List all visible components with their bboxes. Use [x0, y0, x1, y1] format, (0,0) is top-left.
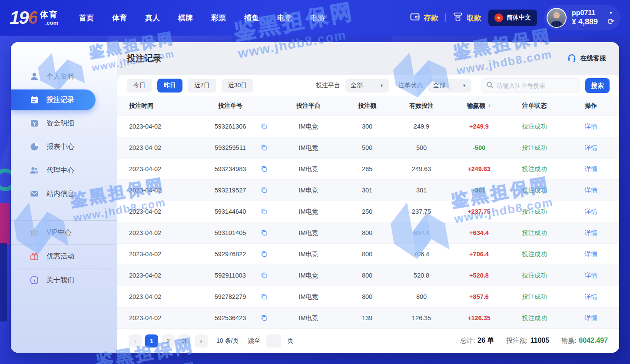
- bet-id-cell: 593261306: [187, 123, 274, 130]
- tab-yesterday[interactable]: 昨日: [157, 79, 182, 93]
- withdraw-button[interactable]: 取款: [453, 12, 481, 24]
- col-winloss[interactable]: 输赢额▲▼: [452, 102, 506, 110]
- avatar[interactable]: [547, 8, 567, 28]
- deposit-button[interactable]: 存款: [410, 12, 438, 24]
- records-panel: 今日 昨日 近7日 近30日 投注平台 全部 ▼ 注单状态 全部 ▼: [117, 75, 619, 353]
- detail-link[interactable]: 详情: [563, 208, 619, 216]
- nav-item-chess[interactable]: 棋牌: [178, 13, 193, 23]
- sidebar-item-bet-records[interactable]: 投注记录: [11, 89, 96, 110]
- chevron-down-icon: ▼: [462, 83, 466, 88]
- svg-text:i: i: [33, 278, 35, 283]
- nav-item-sports[interactable]: 体育: [112, 13, 127, 23]
- copy-icon[interactable]: [261, 251, 268, 258]
- logo-number: 196: [10, 10, 37, 26]
- jump-page-input[interactable]: [266, 334, 281, 347]
- detail-link[interactable]: 详情: [563, 271, 619, 280]
- nav-item-fishing[interactable]: 捕鱼: [244, 13, 259, 23]
- status-select-value: 全部: [433, 82, 445, 89]
- page-button-1[interactable]: 1: [145, 334, 158, 347]
- copy-icon[interactable]: [261, 272, 268, 279]
- sidebar-label: 站内信息: [46, 189, 74, 199]
- sidebar-item-agent[interactable]: 代理中心: [11, 159, 117, 182]
- status-cell: 投注成功: [506, 186, 563, 195]
- nav-item-lottery[interactable]: 彩票: [211, 13, 226, 23]
- crown-icon: [29, 227, 40, 238]
- tab-last7days[interactable]: 近7日: [188, 79, 216, 93]
- prev-page-button[interactable]: ‹: [129, 334, 142, 347]
- nav-item-live[interactable]: 真人: [145, 13, 160, 23]
- nav-item-esports[interactable]: 电竞: [277, 13, 292, 23]
- copy-icon[interactable]: [261, 144, 268, 151]
- detail-link[interactable]: 详情: [563, 314, 619, 322]
- refresh-balance-icon[interactable]: ⟳: [607, 18, 614, 25]
- platform-cell: IM电竞: [274, 293, 343, 301]
- sidebar-item-about[interactable]: i 关于我们: [11, 268, 117, 292]
- detail-link[interactable]: 详情: [563, 229, 619, 237]
- sort-icon[interactable]: ▲▼: [488, 104, 491, 108]
- search-button[interactable]: 搜索: [585, 78, 610, 93]
- search-input[interactable]: [497, 82, 570, 89]
- valid-bet-cell: 249.63: [391, 165, 452, 172]
- platform-cell: IM电竞: [274, 165, 343, 173]
- bet-id-cell: 593101405: [187, 229, 274, 236]
- col-winloss-label: 输赢额: [467, 102, 485, 109]
- sidebar-item-funds[interactable]: ¥ 资金明细: [11, 112, 117, 135]
- valid-bet-cell: 249.9: [391, 123, 452, 130]
- sidebar-label: 资金明细: [46, 119, 74, 128]
- detail-link[interactable]: 详情: [563, 186, 619, 195]
- copy-icon[interactable]: [261, 165, 268, 172]
- tab-last30days[interactable]: 近30日: [222, 79, 254, 93]
- bet-id-cell: 592976822: [187, 251, 274, 258]
- winloss-cell: +706.4: [452, 251, 506, 258]
- amount-cell: 300: [343, 123, 391, 130]
- platform-select[interactable]: 全部 ▼: [345, 79, 389, 93]
- background-shape: [0, 203, 10, 245]
- detail-link[interactable]: 详情: [563, 293, 619, 301]
- copy-icon[interactable]: [261, 314, 268, 321]
- page-button-3[interactable]: 3: [178, 334, 191, 347]
- valid-bet-cell: 634.4: [391, 229, 452, 236]
- site-logo[interactable]: 196 体育 .com: [10, 10, 58, 26]
- copy-icon[interactable]: [261, 293, 268, 300]
- sidebar-item-messages[interactable]: 站内信息: [11, 182, 117, 205]
- next-page-button[interactable]: ›: [195, 334, 208, 347]
- sidebar-item-profile[interactable]: 个人资料: [11, 65, 117, 88]
- detail-link[interactable]: 详情: [563, 250, 619, 258]
- sidebar-item-promotions[interactable]: 优惠活动: [11, 245, 117, 268]
- online-support-button[interactable]: 在线客服: [567, 53, 606, 64]
- page: 196 体育 .com 首页 体育 真人 棋牌 彩票 捕鱼 电竞 电游 存款: [0, 0, 630, 364]
- yuan-icon: ¥: [29, 118, 40, 129]
- copy-icon[interactable]: [261, 187, 268, 194]
- platform-cell: IM电竞: [274, 186, 343, 195]
- copy-icon[interactable]: [261, 123, 268, 130]
- bet-id-cell: 593144640: [187, 208, 274, 215]
- sidebar-item-vip[interactable]: VIP中心: [11, 221, 117, 244]
- withdraw-label: 取款: [467, 13, 481, 23]
- status-cell: 投注成功: [506, 314, 563, 322]
- bet-time-cell: 2023-04-02: [117, 293, 187, 300]
- atm-icon: [453, 12, 463, 24]
- status-cell: 投注成功: [506, 229, 563, 237]
- status-select[interactable]: 全部 ▼: [428, 79, 471, 93]
- winloss-cell: +520.8: [452, 272, 506, 279]
- sidebar-item-reports[interactable]: 报表中心: [11, 135, 117, 159]
- detail-link[interactable]: 详情: [563, 144, 619, 152]
- detail-link[interactable]: 详情: [563, 165, 619, 173]
- total-bet-value: 11005: [530, 337, 549, 344]
- nav-item-games[interactable]: 电游: [310, 13, 325, 23]
- user-box[interactable]: pp0711 ¥ 4,889 ▼ ⟳: [544, 5, 620, 30]
- page-button-2[interactable]: 2: [162, 334, 175, 347]
- bet-time-cell: 2023-04-02: [117, 208, 187, 215]
- amount-cell: 500: [343, 144, 391, 151]
- wallet-icon: [410, 12, 420, 24]
- nav-item-home[interactable]: 首页: [79, 13, 94, 23]
- copy-icon[interactable]: [261, 208, 268, 215]
- copy-icon[interactable]: [261, 229, 268, 236]
- detail-link[interactable]: 详情: [563, 122, 619, 131]
- bet-time-cell: 2023-04-02: [117, 314, 187, 321]
- table-row: 2023-04-02 593219527 IM电竞 301 301 -301 投…: [117, 180, 619, 201]
- tab-today[interactable]: 今日: [127, 79, 152, 93]
- bet-time-cell: 2023-04-02: [117, 123, 187, 130]
- language-selector[interactable]: ★ 简体中文: [488, 10, 537, 26]
- chevron-down-icon[interactable]: ▼: [609, 10, 613, 15]
